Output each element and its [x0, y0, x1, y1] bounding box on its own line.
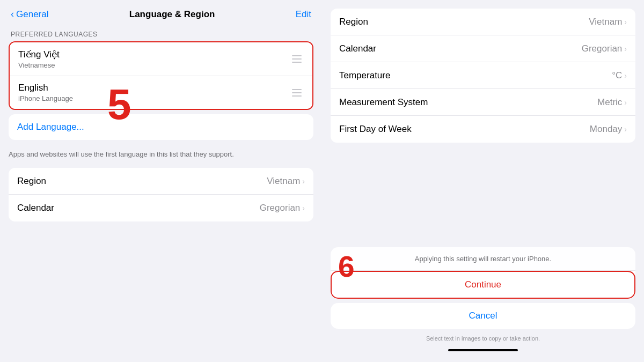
chevron-right-icon-region-right: › — [624, 18, 627, 26]
first-day-value: Monday › — [590, 124, 627, 135]
chevron-right-icon-temperature: › — [624, 71, 627, 80]
page-title: Language & Region — [48, 9, 295, 20]
first-day-item[interactable]: First Day of Week Monday › — [331, 116, 635, 143]
preferred-languages-list: Tiếng Việt Vietnamese English iPhone Lan… — [9, 41, 313, 110]
languages-description: Apps and websites will use the first lan… — [9, 150, 313, 159]
chevron-right-icon-measurement: › — [624, 98, 627, 107]
list-item-english[interactable]: English iPhone Language — [10, 76, 312, 109]
bottom-settings-list: Region Vietnam › Calendar Gregorian › — [9, 168, 313, 221]
measurement-label: Measurement System — [339, 97, 428, 108]
language-title-vietnamese: Tiếng Việt — [18, 49, 60, 60]
chevron-right-icon-first-day: › — [624, 125, 627, 134]
chevron-left-icon: ‹ — [11, 9, 14, 20]
calendar-item-left[interactable]: Calendar Gregorian › — [9, 195, 313, 221]
cancel-button-wrapper: Cancel — [331, 303, 635, 329]
calendar-label-right: Calendar — [339, 43, 376, 54]
alert-message-card: Applying this setting will restart your … — [331, 247, 635, 299]
home-indicator — [448, 349, 518, 351]
calendar-label-left: Calendar — [17, 203, 54, 213]
back-button[interactable]: ‹ General — [11, 9, 48, 20]
temperature-value: °C › — [612, 70, 627, 81]
continue-button[interactable]: Continue — [332, 272, 634, 298]
language-subtitle-vietnamese: Vietnamese — [18, 61, 60, 69]
region-item-left[interactable]: Region Vietnam › — [9, 168, 313, 195]
chevron-right-icon-calendar-right: › — [624, 45, 627, 53]
region-value-left: Vietnam › — [267, 176, 305, 187]
region-label-left: Region — [17, 176, 46, 187]
back-label: General — [16, 9, 48, 20]
measurement-item[interactable]: Measurement System Metric › — [331, 89, 635, 116]
language-info-english: English iPhone Language — [18, 83, 73, 102]
language-subtitle-english: iPhone Language — [18, 94, 73, 102]
calendar-value-right: Gregorian › — [582, 43, 627, 54]
add-language-button[interactable]: Add Language... — [9, 114, 313, 140]
chevron-right-icon-calendar-left: › — [302, 204, 305, 212]
first-day-label: First Day of Week — [339, 124, 412, 135]
add-language-label: Add Language... — [17, 122, 84, 132]
edit-button[interactable]: Edit — [296, 9, 311, 20]
alert-message-text: Applying this setting will restart your … — [331, 247, 635, 271]
right-panel: Region Vietnam › Calendar Gregorian › Te… — [322, 0, 644, 362]
temperature-item[interactable]: Temperature °C › — [331, 62, 635, 89]
region-value-right: Vietnam › — [589, 17, 627, 27]
right-settings-list: Region Vietnam › Calendar Gregorian › Te… — [331, 9, 635, 143]
list-item-vietnamese[interactable]: Tiếng Việt Vietnamese — [10, 42, 312, 76]
bottom-hint-text: Select text in images to copy or take ac… — [331, 333, 635, 342]
region-label-right: Region — [339, 17, 368, 27]
calendar-item-right[interactable]: Calendar Gregorian › — [331, 35, 635, 62]
section-header-preferred-languages: PREFERRED LANGUAGES — [0, 25, 322, 41]
drag-handle-english[interactable] — [290, 87, 304, 99]
cancel-button[interactable]: Cancel — [331, 303, 635, 329]
language-title-english: English — [18, 83, 73, 93]
action-sheet-overlay: 6 Applying this setting will restart you… — [322, 241, 644, 362]
region-item-right[interactable]: Region Vietnam › — [331, 9, 635, 35]
language-info-vietnamese: Tiếng Việt Vietnamese — [18, 49, 60, 69]
calendar-value-left: Gregorian › — [260, 203, 305, 213]
continue-button-wrapper: Continue — [331, 271, 635, 299]
measurement-value: Metric › — [597, 97, 627, 108]
chevron-right-icon-region-left: › — [302, 177, 305, 186]
nav-bar: ‹ General Language & Region Edit — [0, 0, 322, 25]
drag-handle-vietnamese[interactable] — [290, 53, 304, 65]
temperature-label: Temperature — [339, 70, 390, 81]
